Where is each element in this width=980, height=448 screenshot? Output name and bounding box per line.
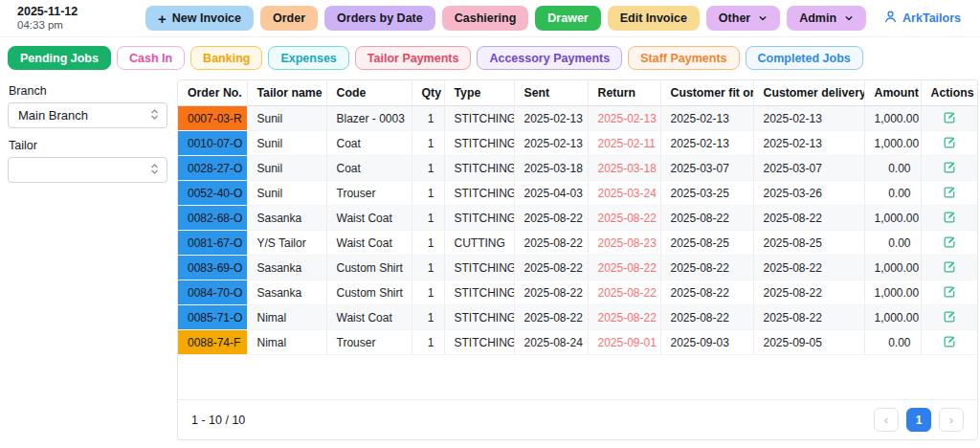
return-date-cell: 2025-03-24 (588, 181, 660, 206)
plus-icon: + (158, 11, 167, 26)
amount-cell: 1,000.00 (864, 206, 921, 231)
code-cell: Trouser (326, 181, 412, 206)
sent-date-cell: 2025-02-13 (514, 131, 588, 156)
sent-date-cell: 2025-08-22 (514, 231, 588, 256)
actions-cell (921, 181, 977, 206)
tab-cash-in[interactable]: Cash In (117, 46, 185, 70)
type-cell: STITCHING (444, 181, 514, 206)
sent-date-cell: 2025-08-22 (514, 280, 588, 305)
cashiering-label: Cashiering (455, 11, 517, 25)
edit-pencil-icon (943, 213, 956, 227)
code-cell: Coat (326, 156, 412, 181)
table-row: 0010-07-OSunilCoat1STITCHING2025-02-1320… (178, 131, 977, 156)
fit-on-date-cell: 2025-08-25 (660, 231, 753, 256)
amount-cell: 0.00 (864, 330, 921, 355)
return-date-cell: 2025-08-22 (588, 280, 660, 305)
branch-select[interactable]: Main Branch (8, 102, 167, 128)
column-header-type: Type (444, 80, 514, 106)
actions-cell (921, 280, 977, 305)
delivery-date-cell: 2025-08-25 (753, 231, 864, 256)
edit-order-button[interactable] (941, 234, 958, 251)
user-icon (883, 10, 898, 27)
edit-order-button[interactable] (941, 184, 958, 201)
tab-staff-payments[interactable]: Staff Payments (628, 46, 739, 70)
edit-pencil-icon (943, 237, 956, 252)
edit-order-button[interactable] (941, 109, 958, 126)
current-time: 04:33 pm (17, 19, 78, 33)
new-invoice-button[interactable]: +New Invoice (145, 6, 254, 31)
column-header-tailor-name: Tailor name (247, 80, 326, 106)
type-cell: STITCHING (444, 206, 514, 231)
fit-on-date-cell: 2025-03-07 (660, 156, 753, 181)
other-label: Other (719, 11, 750, 25)
order-number-badge: 0088-74-F (178, 330, 247, 355)
other-button[interactable]: Other (706, 6, 780, 31)
orders-by-date-button[interactable]: Orders by Date (324, 6, 435, 31)
fit-on-date-cell: 2025-03-25 (660, 181, 753, 206)
edit-order-button[interactable] (941, 209, 958, 226)
tailor-name-cell: Nimal (247, 330, 326, 355)
table-footer: 1 - 10 / 10 ‹ 1 › (178, 399, 977, 439)
table-row: 0081-67-OY/S TailorWaist Coat1CUTTING202… (178, 231, 977, 256)
return-date-cell: 2025-08-22 (588, 256, 660, 280)
admin-button[interactable]: Admin (787, 6, 866, 31)
delivery-date-cell: 2025-09-05 (753, 330, 864, 355)
datetime: 2025-11-12 04:33 pm (17, 5, 78, 33)
select-caret-icon (150, 108, 159, 123)
edit-order-button[interactable] (941, 308, 958, 325)
edit-order-button[interactable] (941, 258, 958, 276)
edit-order-button[interactable] (941, 159, 958, 176)
order-button[interactable]: Order (260, 6, 318, 31)
edit-pencil-icon (943, 287, 956, 302)
chevron-down-icon (758, 13, 768, 23)
drawer-button[interactable]: Drawer (535, 6, 600, 31)
code-cell: Waist Coat (326, 231, 412, 256)
edit-pencil-icon (943, 138, 956, 152)
tab-accessory-payments[interactable]: Accessory Payments (477, 46, 622, 70)
type-cell: STITCHING (444, 280, 514, 305)
delivery-date-cell: 2025-03-26 (753, 181, 864, 206)
tab-pending-jobs[interactable]: Pending Jobs (8, 46, 111, 70)
tab-completed-jobs[interactable]: Completed Jobs (746, 46, 863, 70)
table-row: 0082-68-OSasankaWaist Coat1STITCHING2025… (178, 206, 977, 231)
sent-date-cell: 2025-08-24 (514, 330, 588, 355)
pagination-prev-button[interactable]: ‹ (874, 408, 899, 432)
topbar-buttons: +New InvoiceOrderOrders by DateCashierin… (145, 6, 866, 31)
fit-on-date-cell: 2025-02-13 (660, 106, 753, 131)
actions-cell (921, 106, 977, 131)
edit-order-button[interactable] (941, 283, 958, 301)
pending-jobs-table-card: Order No.Tailor nameCodeQtyTypeSentRetur… (177, 79, 978, 440)
sent-date-cell: 2025-08-22 (514, 305, 588, 330)
cashiering-button[interactable]: Cashiering (442, 6, 529, 31)
qty-cell: 1 (412, 280, 444, 305)
tailor-name-cell: Sasanka (247, 206, 326, 231)
user-account-link[interactable]: ArkTailors (883, 10, 961, 27)
tab-banking[interactable]: Banking (190, 46, 262, 70)
table-row: 0085-71-ONimalWaist Coat1STITCHING2025-0… (178, 305, 977, 330)
delivery-date-cell: 2025-08-22 (753, 305, 864, 330)
tailor-select[interactable] (8, 157, 167, 183)
content: Branch Main Branch Tailor Order No.Tailo… (0, 78, 980, 448)
return-date-cell: 2025-08-22 (588, 206, 660, 231)
actions-cell (921, 231, 977, 256)
topbar: 2025-11-12 04:33 pm +New InvoiceOrderOrd… (0, 0, 980, 37)
pagination-page-1-button[interactable]: 1 (906, 408, 931, 432)
return-date-cell: 2025-03-18 (588, 156, 660, 181)
actions-cell (921, 131, 977, 156)
branch-label: Branch (9, 84, 167, 98)
order-label: Order (273, 11, 305, 25)
edit-invoice-button[interactable]: Edit Invoice (608, 6, 700, 31)
order-number-badge: 0083-69-O (178, 256, 247, 280)
edit-order-button[interactable] (941, 134, 958, 151)
column-header-qty: Qty (412, 80, 444, 106)
tab-tailor-payments[interactable]: Tailor Payments (355, 46, 472, 70)
edit-pencil-icon (943, 163, 956, 177)
pagination-next-button[interactable]: › (939, 408, 964, 432)
column-header-customer-delivery: Customer delivery (753, 80, 864, 106)
edit-order-button[interactable] (941, 333, 958, 350)
tab-expenses[interactable]: Expenses (268, 46, 348, 70)
delivery-date-cell: 2025-02-13 (753, 106, 864, 131)
order-number-badge: 0084-70-O (178, 280, 247, 305)
actions-cell (921, 256, 977, 280)
delivery-date-cell: 2025-03-07 (753, 156, 864, 181)
